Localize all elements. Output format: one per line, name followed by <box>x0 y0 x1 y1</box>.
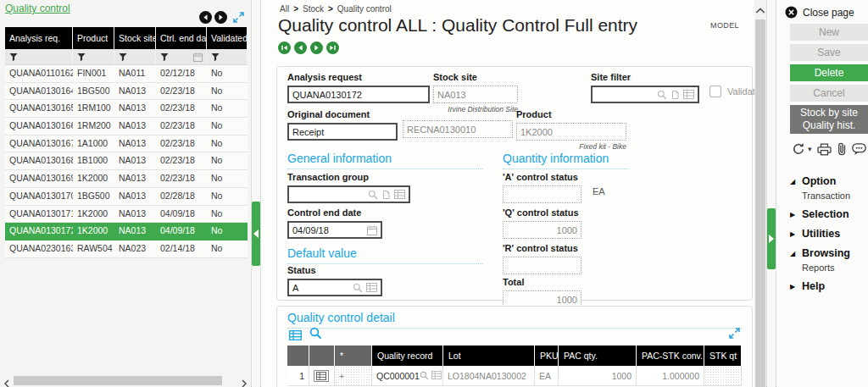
lookup-table-icon[interactable] <box>431 371 442 379</box>
list-cell: NA013 <box>114 206 156 223</box>
lookup-table-icon[interactable] <box>394 190 405 199</box>
grid-column-header[interactable]: Lot <box>443 346 535 366</box>
control-end-date-input[interactable]: 04/09/18 <box>287 221 382 239</box>
lookup-table-icon[interactable] <box>366 283 377 292</box>
menu-label: Utilities <box>802 228 840 240</box>
submenu-transaction[interactable]: Transaction <box>802 191 868 201</box>
left-splitter[interactable] <box>251 0 261 387</box>
breadcrumb-all[interactable]: All <box>280 4 289 14</box>
column-header[interactable]: Ctrl. end date <box>156 27 207 49</box>
lookup-table-icon[interactable] <box>683 90 694 99</box>
next-record-button[interactable] <box>310 41 323 54</box>
list-cell: No <box>207 223 248 240</box>
jump-icon[interactable] <box>670 90 680 100</box>
grid-column-header[interactable]: STK qt <box>704 346 742 366</box>
main-vertical-scrollbar[interactable] <box>754 0 766 387</box>
refresh-button[interactable] <box>792 142 805 156</box>
list-row[interactable]: QUANA01301661RM200NA01302/23/18No <box>5 118 248 135</box>
attachments-button[interactable] <box>837 142 847 156</box>
original-document-input[interactable]: Receipt <box>287 123 398 141</box>
close-page-button[interactable]: Close page <box>785 6 854 19</box>
scrollbar-thumb[interactable] <box>755 19 765 387</box>
menu-browsing[interactable]: ◢Browsing <box>790 247 868 259</box>
grid-search-button[interactable] <box>309 327 322 343</box>
filter-cell[interactable] <box>5 49 73 64</box>
filter-cell[interactable] <box>207 49 248 64</box>
right-splitter[interactable] <box>766 0 776 387</box>
filter-cell[interactable] <box>156 49 207 64</box>
grid-view-button[interactable] <box>289 329 302 344</box>
first-icon <box>281 44 288 52</box>
list-row[interactable]: QUANA01301711K2000NA01304/09/18No <box>5 206 248 224</box>
refresh-dropdown-icon[interactable]: ▾ <box>808 145 812 153</box>
list-horizontal-scrollbar[interactable] <box>0 375 251 386</box>
column-header[interactable]: Analysis req. <box>5 27 73 49</box>
list-row[interactable]: QUANA01301721K2000NA01304/09/18No <box>5 223 248 240</box>
save-button[interactable]: Save <box>790 44 868 61</box>
grid-column-header[interactable]: PAC-STK conv. <box>637 346 704 366</box>
scroll-right-icon[interactable] <box>241 376 248 387</box>
print-button[interactable] <box>817 143 832 156</box>
delete-button[interactable]: Delete <box>790 64 868 81</box>
list-row[interactable]: QUANA01301691K2000NA01302/23/18No <box>5 170 248 188</box>
validated-checkbox[interactable] <box>709 86 721 97</box>
grid-column-header[interactable] <box>309 346 335 366</box>
page-prev-button[interactable] <box>199 11 212 24</box>
menu-help[interactable]: ▶Help <box>790 280 868 292</box>
list-cell: RAW504 <box>73 240 114 257</box>
grid-column-header[interactable]: PAC qty. <box>559 346 637 366</box>
list-row[interactable]: QUANA01301641BG500NA01302/23/18No <box>5 83 248 101</box>
last-record-button[interactable] <box>326 41 339 54</box>
comments-button[interactable] <box>852 143 866 156</box>
a-control-unit: EA <box>593 186 605 196</box>
analysis-request-input[interactable]: QUANA0130172 <box>287 86 430 103</box>
quality-control-link[interactable]: Quality control <box>5 3 70 14</box>
list-row[interactable]: QUANA0230163RAW504NA02302/14/18No <box>5 240 248 258</box>
right-splitter-handle[interactable] <box>767 208 776 269</box>
left-splitter-handle[interactable] <box>252 202 260 266</box>
grid-row[interactable]: 1+QC000001LO1804NA0130002EA10001.000000 <box>287 366 742 386</box>
calendar-icon[interactable] <box>367 225 377 235</box>
status-input[interactable]: A <box>287 279 382 296</box>
search-icon[interactable] <box>353 283 363 293</box>
cancel-button[interactable]: Cancel <box>790 85 868 102</box>
new-button[interactable]: New <box>790 24 868 41</box>
column-header[interactable]: Stock site <box>114 27 156 49</box>
menu-option[interactable]: ◢Option <box>790 175 868 187</box>
filter-cell[interactable] <box>114 49 156 64</box>
scrollbar-thumb[interactable] <box>14 376 222 385</box>
row-detail-button[interactable] <box>309 366 335 386</box>
scroll-left-icon[interactable] <box>3 376 10 387</box>
search-icon[interactable] <box>368 190 378 200</box>
grid-column-header[interactable]: Quality record <box>372 346 443 366</box>
filter-cell[interactable] <box>73 49 114 64</box>
grid-expand-button[interactable] <box>729 327 740 342</box>
quality-record-cell[interactable]: QC000001 <box>372 366 443 386</box>
jump-icon[interactable] <box>381 190 391 200</box>
list-row[interactable]: QUANA01301651RM100NA01302/23/18No <box>5 100 248 118</box>
expand-list-button[interactable] <box>233 12 244 23</box>
menu-utilities[interactable]: ▶Utilities <box>790 228 868 240</box>
search-icon[interactable] <box>420 371 429 380</box>
list-row[interactable]: QUANA01301671A1000NA01302/23/18No <box>5 135 248 153</box>
menu-selection[interactable]: ▶Selection <box>790 208 868 220</box>
breadcrumb-quality-control[interactable]: Quality control <box>337 4 392 14</box>
list-row[interactable]: QUANA0110162FIN001NA01102/12/18No <box>5 65 248 83</box>
site-filter-input[interactable] <box>591 86 699 103</box>
previous-record-button[interactable] <box>294 41 307 54</box>
list-row[interactable]: QUANA01301681B1000NA01302/23/18No <box>5 152 248 170</box>
page-next-button[interactable] <box>214 11 227 24</box>
first-record-button[interactable] <box>278 41 291 54</box>
scroll-up-icon[interactable] <box>754 3 766 18</box>
grid-column-header[interactable]: * <box>335 346 372 366</box>
stock-by-site-quality-hist-button[interactable]: Stock by siteQuality hist. <box>790 105 868 134</box>
grid-column-header[interactable]: PKU <box>535 346 559 366</box>
grid-column-header[interactable] <box>287 346 309 366</box>
transaction-group-input[interactable] <box>287 185 410 203</box>
breadcrumb-stock[interactable]: Stock <box>303 4 324 14</box>
column-header[interactable]: Product <box>73 27 114 49</box>
submenu-reports[interactable]: Reports <box>802 263 868 273</box>
list-row[interactable]: QUANA01301701BG500NA01302/28/18No <box>5 188 248 206</box>
search-icon[interactable] <box>657 90 667 100</box>
column-header[interactable]: Validated <box>207 27 248 49</box>
